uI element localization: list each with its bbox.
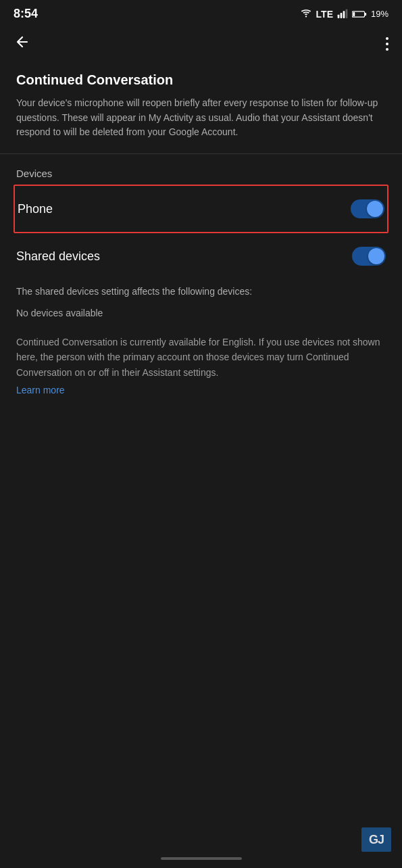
svg-rect-0	[338, 14, 340, 18]
phone-toggle-thumb	[367, 201, 383, 217]
learn-more-link[interactable]: Learn more	[16, 385, 65, 395]
back-button[interactable]	[14, 34, 31, 53]
status-icons: LTE 19%	[300, 8, 388, 20]
svg-rect-5	[365, 12, 367, 15]
dot3	[386, 48, 388, 51]
dot1	[386, 37, 388, 40]
bottom-info-text: Continued Conversation is currently avai…	[16, 329, 386, 384]
top-nav	[0, 26, 402, 62]
status-time: 8:54	[14, 7, 38, 21]
lte-label: LTE	[316, 9, 333, 20]
phone-label: Phone	[18, 202, 53, 216]
shared-devices-info: The shared devices setting affects the f…	[16, 279, 386, 302]
shared-devices-toggle-row: Shared devices	[16, 233, 386, 279]
battery-icon	[352, 9, 367, 19]
svg-rect-1	[341, 13, 343, 18]
svg-rect-2	[343, 11, 345, 18]
dot2	[386, 43, 388, 45]
svg-rect-6	[353, 12, 355, 16]
phone-toggle[interactable]	[351, 199, 384, 218]
hotspot-icon	[300, 8, 312, 20]
status-bar: 8:54 LTE 19%	[0, 0, 402, 26]
battery-label: 19%	[371, 9, 388, 19]
bottom-nav-bar	[161, 857, 242, 860]
more-options-button[interactable]	[386, 37, 388, 51]
svg-rect-3	[346, 9, 348, 18]
page-description: Your device's microphone will reopen bri…	[16, 96, 386, 140]
divider-1	[0, 153, 402, 154]
phone-toggle-row: Phone	[18, 186, 384, 232]
watermark-text: GJ	[369, 833, 384, 847]
main-content: Continued Conversation Your device's mic…	[0, 62, 402, 407]
devices-section-label: Devices	[16, 168, 386, 179]
shared-devices-label: Shared devices	[16, 249, 100, 264]
shared-devices-toggle-thumb	[368, 248, 384, 264]
page-title: Continued Conversation	[16, 72, 386, 88]
signal-icon	[337, 9, 348, 20]
no-devices-text: No devices available	[16, 302, 386, 329]
watermark: GJ	[361, 827, 391, 852]
phone-row-highlight: Phone	[14, 185, 388, 233]
shared-devices-toggle[interactable]	[352, 247, 386, 266]
